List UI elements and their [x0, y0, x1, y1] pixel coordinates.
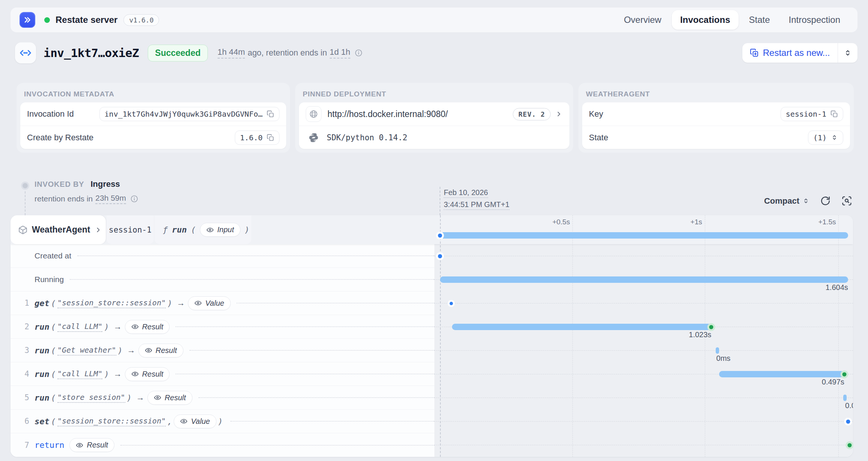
entry-arg[interactable]: "call LLM" [57, 322, 102, 332]
value-pill[interactable]: Value [188, 296, 230, 310]
close-paren: ) [218, 417, 223, 426]
tab-state[interactable]: State [741, 10, 778, 30]
invocation-age: 1h 44m [218, 47, 245, 59]
state-selector[interactable]: (1) [808, 131, 843, 145]
copy-icon[interactable] [267, 110, 274, 118]
density-selector[interactable]: Compact [764, 196, 809, 206]
input-pill-label: Input [217, 225, 234, 234]
info-icon[interactable] [130, 195, 138, 203]
open-paren: ( [51, 369, 56, 379]
app-title: Restate server [56, 15, 117, 25]
metadata-cards: INVOCATION METADATA Invocation Id inv_1k… [17, 83, 854, 153]
entry-index: 7 [20, 441, 29, 450]
invoked-by-connector [25, 191, 26, 215]
service-key-tab[interactable]: session-1 [107, 215, 154, 244]
row-endpoint[interactable]: http://host.docker.internal:9080/ REV. 2 [299, 102, 569, 126]
journal-panel: WeatherAgent session-1 ƒ run ( Input ) C… [11, 215, 853, 457]
chevrons-up-down-icon [844, 49, 852, 57]
leader-line [189, 350, 435, 351]
restart-options-caret[interactable] [838, 43, 857, 63]
timeline-background [434, 215, 853, 457]
entry-label: Running [35, 275, 64, 284]
entry-label: Created at [35, 251, 71, 260]
leader-line [77, 255, 434, 256]
eye-icon [194, 299, 202, 307]
main-nav: Overview Invocations State Introspection [616, 10, 848, 30]
entry-arg[interactable]: "store session" [57, 393, 125, 403]
service-cube-icon [18, 225, 28, 235]
value-text: 1.6.0 [240, 133, 263, 142]
entry-arg[interactable]: "session_store::session" [57, 416, 166, 426]
card-invocation-metadata: INVOCATION METADATA Invocation Id inv_1k… [17, 83, 290, 153]
pill-label: Result [87, 441, 108, 449]
card-pinned-deployment: PINNED DEPLOYMENT http://host.docker.int… [295, 83, 573, 153]
arrow: → [127, 345, 135, 355]
arrow: → [114, 369, 122, 379]
service-name: WeatherAgent [32, 225, 90, 235]
retention-line: retention ends in 23h 59m [35, 194, 138, 204]
service-tab[interactable]: WeatherAgent [11, 215, 106, 244]
result-pill[interactable]: Result [69, 438, 114, 452]
entry-arg[interactable]: "Get weather" [57, 345, 116, 356]
value-text: inv_1kt7Gh4vJWjY0quwk3GiP8avDGVNFo… [105, 110, 263, 119]
result-pill[interactable]: Result [125, 367, 170, 381]
journal-row-run-3: 4 run ( "call LLM" ) → Result [11, 362, 434, 386]
info-icon[interactable] [354, 49, 363, 57]
invocation-meta-text: ago, retention ends in [248, 48, 327, 58]
open-paren: ( [51, 417, 56, 426]
journal-row-running: Running [11, 268, 434, 291]
card-weatheragent: WEATHERAGENT Key session-1 State (1) [578, 83, 854, 153]
invocation-id: inv_1kt7…oxieZ [44, 46, 139, 60]
scan-search-icon[interactable] [841, 195, 852, 206]
eye-icon [76, 441, 83, 449]
eye-icon [145, 347, 152, 354]
entry-keyword: run [35, 346, 50, 355]
entry-arg[interactable]: "call LLM" [57, 369, 102, 379]
copy-icon[interactable] [267, 134, 274, 141]
value-pill[interactable]: Value [174, 414, 216, 428]
timeline-start-line [440, 187, 440, 215]
timeline-date: Feb 10, 2026 [444, 189, 488, 198]
entry-index: 4 [20, 369, 29, 378]
handler-tab[interactable]: ƒ run ( Input ) [155, 215, 251, 244]
arrow: → [114, 322, 122, 332]
leader-line [120, 445, 434, 446]
journal-row-return: 7 return Result [11, 433, 434, 457]
row-sdk: SDK/python 0.14.2 [299, 126, 569, 149]
journal-row-run-2: 3 run ( "Get weather" ) → Result [11, 339, 434, 362]
restate-logo-icon [20, 12, 35, 28]
restate-ui: Restate server v1.6.0 Overview Invocatio… [0, 0, 868, 461]
timeline-time: 3:44:51 PM GMT+1 [444, 201, 509, 210]
pill-label: Result [142, 370, 164, 378]
journal-entries: Created at Running 1 get ( "session_stor… [11, 244, 434, 457]
timeline-controls: Compact [764, 195, 852, 206]
refresh-icon[interactable] [820, 195, 831, 206]
card-list: Key session-1 State (1) [582, 102, 850, 149]
copy-icon[interactable] [830, 110, 838, 118]
version-badge: v1.6.0 [123, 14, 159, 26]
sdk-version: SDK/python 0.14.2 [327, 133, 407, 142]
pill-label: Value [205, 299, 224, 308]
invoked-by: INVOKED BY Ingress [35, 179, 120, 189]
invocation-id-value[interactable]: inv_1kt7Gh4vJWjY0quwk3GiP8avDGVNFo… [99, 107, 279, 121]
chevron-right-icon[interactable] [555, 110, 563, 118]
row-key: Key session-1 [582, 102, 850, 126]
restart-as-new-button[interactable]: Restart as new... [742, 43, 838, 63]
row-created-by: Create by Restate 1.6.0 [20, 126, 286, 149]
card-list: http://host.docker.internal:9080/ REV. 2… [299, 102, 569, 149]
entry-arg[interactable]: "session_store::session" [57, 298, 166, 308]
result-pill[interactable]: Result [147, 391, 192, 405]
service-key-value[interactable]: session-1 [781, 107, 843, 121]
tab-introspection[interactable]: Introspection [781, 10, 848, 30]
result-pill[interactable]: Result [125, 320, 170, 334]
open-paren: ( [191, 225, 196, 234]
entry-keyword: run [35, 369, 50, 379]
value-text: (1) [813, 133, 827, 142]
input-pill[interactable]: Input [200, 223, 240, 237]
tab-overview[interactable]: Overview [616, 10, 670, 30]
journal-row-created-at: Created at [11, 244, 434, 268]
row-label: Key [589, 109, 603, 119]
result-pill[interactable]: Result [138, 344, 183, 357]
tab-invocations[interactable]: Invocations [672, 10, 738, 30]
restate-version-value[interactable]: 1.6.0 [235, 131, 279, 145]
